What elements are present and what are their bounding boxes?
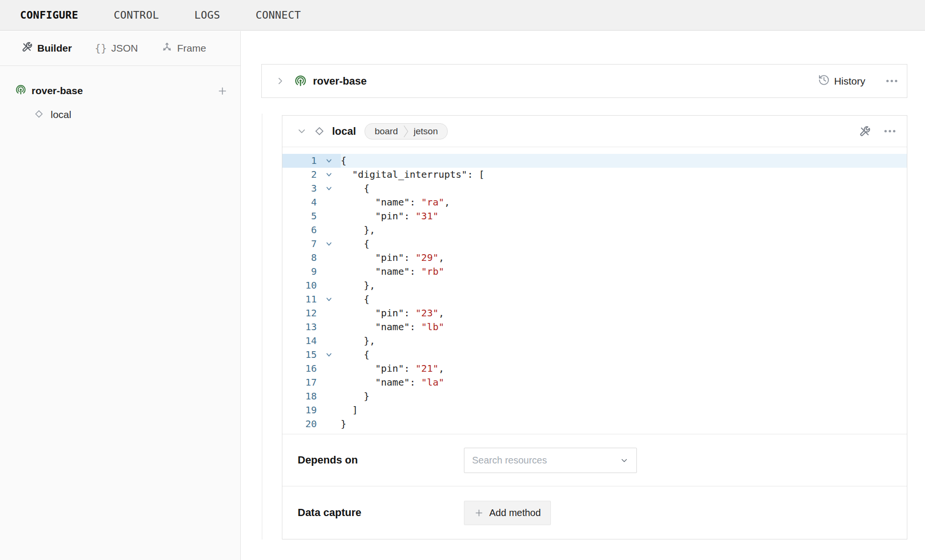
line-number[interactable]: 8 <box>282 251 317 265</box>
fold-spacer <box>317 376 341 389</box>
code-text: "name": "rb" <box>341 265 444 279</box>
depends-on-select[interactable]: Search resources <box>464 448 637 473</box>
code-line[interactable]: 13 "name": "lb" <box>282 320 907 334</box>
line-number[interactable]: 12 <box>282 306 317 320</box>
component-menu-button[interactable] <box>883 129 896 133</box>
chevron-right-icon[interactable] <box>275 76 285 86</box>
component-type-badge: board jetson <box>365 123 448 140</box>
view-builder[interactable]: Builder <box>21 41 72 55</box>
line-number[interactable]: 13 <box>282 320 317 334</box>
tab-control[interactable]: CONTROL <box>114 9 159 21</box>
add-method-button[interactable]: Add method <box>464 501 551 525</box>
part-title: rover-base <box>313 75 367 87</box>
code-text: "name": "ra", <box>341 195 450 209</box>
code-line[interactable]: 12 "pin": "23", <box>282 306 907 320</box>
code-line[interactable]: 18 } <box>282 389 907 403</box>
sidebar-item-rover-base[interactable]: rover-base <box>0 81 240 100</box>
code-line[interactable]: 9 "name": "rb" <box>282 265 907 279</box>
fold-spacer <box>317 417 341 431</box>
data-capture-section: Data capture Add method <box>282 486 907 539</box>
line-number[interactable]: 2 <box>282 168 317 182</box>
code-line[interactable]: 1{ <box>282 154 907 168</box>
view-builder-label: Builder <box>37 43 72 54</box>
code-line[interactable]: 17 "name": "la" <box>282 376 907 389</box>
code-text: { <box>341 292 369 306</box>
part-menu-button[interactable] <box>885 79 898 83</box>
code-text: ] <box>341 403 358 417</box>
code-text: { <box>341 237 369 251</box>
line-number[interactable]: 10 <box>282 279 317 292</box>
fold-spacer <box>317 334 341 348</box>
line-number[interactable]: 20 <box>282 417 317 431</box>
code-line[interactable]: 16 "pin": "21", <box>282 362 907 376</box>
code-line[interactable]: 3 { <box>282 182 907 195</box>
tab-logs[interactable]: LOGS <box>194 9 220 21</box>
code-text: } <box>341 417 346 431</box>
line-number[interactable]: 18 <box>282 389 317 403</box>
code-text: "pin": "29", <box>341 251 444 265</box>
fold-chevron-icon[interactable] <box>317 292 341 306</box>
sidebar-machine-label: rover-base <box>32 85 83 97</box>
code-text: "digital_interrupts": [ <box>341 168 484 182</box>
code-text: "name": "la" <box>341 376 444 389</box>
line-number[interactable]: 7 <box>282 237 317 251</box>
code-line[interactable]: 11 { <box>282 292 907 306</box>
chevron-down-icon[interactable] <box>297 126 307 136</box>
line-number[interactable]: 14 <box>282 334 317 348</box>
select-chevron-down-icon <box>620 456 629 465</box>
line-number[interactable]: 11 <box>282 292 317 306</box>
line-number[interactable]: 4 <box>282 195 317 209</box>
code-editor[interactable]: 1{2 "digital_interrupts": [3 {4 "name": … <box>282 147 907 434</box>
line-number[interactable]: 15 <box>282 348 317 362</box>
line-number[interactable]: 3 <box>282 182 317 195</box>
add-method-label: Add method <box>489 507 541 518</box>
fold-chevron-icon[interactable] <box>317 154 341 168</box>
plus-icon <box>474 508 484 518</box>
code-line[interactable]: 10 }, <box>282 279 907 292</box>
fold-chevron-icon[interactable] <box>317 237 341 251</box>
line-number[interactable]: 1 <box>282 154 317 168</box>
code-line[interactable]: 14 }, <box>282 334 907 348</box>
code-text: { <box>341 182 369 195</box>
diamond-icon <box>313 125 325 137</box>
line-number[interactable]: 19 <box>282 403 317 417</box>
code-line[interactable]: 8 "pin": "29", <box>282 251 907 265</box>
code-text: "pin": "23", <box>341 306 444 320</box>
code-line[interactable]: 6 }, <box>282 223 907 237</box>
tab-connect[interactable]: CONNECT <box>256 9 301 21</box>
view-json-label: JSON <box>111 43 138 54</box>
fold-chevron-icon[interactable] <box>317 348 341 362</box>
line-number[interactable]: 17 <box>282 376 317 389</box>
code-text: } <box>341 389 369 403</box>
line-number[interactable]: 5 <box>282 209 317 223</box>
fold-spacer <box>317 265 341 279</box>
machine-broadcast-icon <box>294 75 307 88</box>
add-component-button[interactable] <box>217 86 228 97</box>
tab-configure[interactable]: CONFIGURE <box>20 9 78 21</box>
code-line[interactable]: 4 "name": "ra", <box>282 195 907 209</box>
line-number[interactable]: 16 <box>282 362 317 376</box>
fold-spacer <box>317 320 341 334</box>
code-line[interactable]: 2 "digital_interrupts": [ <box>282 168 907 182</box>
code-text: "name": "lb" <box>341 320 444 334</box>
frame-axes-icon <box>161 41 173 55</box>
component-title: local <box>332 125 356 138</box>
view-json[interactable]: {} JSON <box>95 43 138 54</box>
line-number[interactable]: 9 <box>282 265 317 279</box>
code-line[interactable]: 15 { <box>282 348 907 362</box>
fold-chevron-icon[interactable] <box>317 168 341 182</box>
view-frame[interactable]: Frame <box>161 41 206 55</box>
code-line[interactable]: 20} <box>282 417 907 431</box>
configure-tools-button[interactable] <box>859 125 871 138</box>
sidebar-item-local[interactable]: local <box>0 105 240 124</box>
code-line[interactable]: 19 ] <box>282 403 907 417</box>
fold-chevron-icon[interactable] <box>317 182 341 195</box>
code-line[interactable]: 5 "pin": "31" <box>282 209 907 223</box>
depends-on-section: Depends on Search resources <box>282 434 907 486</box>
history-button[interactable]: History <box>818 74 865 88</box>
badge-model: jetson <box>409 126 448 137</box>
code-text: { <box>341 348 369 362</box>
fold-spacer <box>317 251 341 265</box>
line-number[interactable]: 6 <box>282 223 317 237</box>
code-line[interactable]: 7 { <box>282 237 907 251</box>
